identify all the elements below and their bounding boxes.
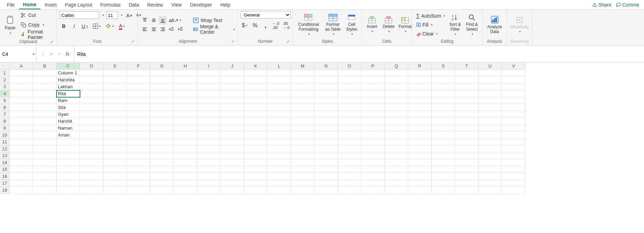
- cell-U11[interactable]: [479, 139, 502, 145]
- tab-page-layout[interactable]: Page Layout: [61, 1, 96, 9]
- row-header-8[interactable]: 8: [0, 118, 10, 125]
- cell-Q1[interactable]: [385, 70, 408, 77]
- cell-M8[interactable]: [291, 118, 314, 125]
- cell-H18[interactable]: [174, 187, 197, 194]
- cell-H10[interactable]: [174, 132, 197, 139]
- cell-V5[interactable]: [502, 97, 525, 104]
- conditional-formatting-button[interactable]: Conditional Formatting: [296, 12, 321, 37]
- cell-G6[interactable]: [150, 104, 174, 111]
- decrease-indent-button[interactable]: [168, 25, 176, 33]
- cell-S1[interactable]: [432, 70, 455, 77]
- cell-B14[interactable]: [33, 159, 57, 166]
- cell-B13[interactable]: [33, 152, 57, 159]
- cell-U16[interactable]: [479, 173, 502, 180]
- cell-P2[interactable]: [361, 77, 385, 83]
- col-header-D[interactable]: D: [80, 63, 103, 70]
- cell-G17[interactable]: [150, 180, 174, 187]
- row-header-15[interactable]: 15: [0, 166, 10, 173]
- row-header-10[interactable]: 10: [0, 132, 10, 139]
- cell-P7[interactable]: [361, 111, 385, 118]
- cell-P18[interactable]: [361, 187, 385, 194]
- cell-F13[interactable]: [127, 152, 150, 159]
- cell-P10[interactable]: [361, 132, 385, 139]
- col-header-E[interactable]: E: [103, 63, 127, 70]
- cell-J13[interactable]: [221, 152, 244, 159]
- cell-V17[interactable]: [502, 180, 525, 187]
- cell-Q17[interactable]: [385, 180, 408, 187]
- cell-V16[interactable]: [502, 173, 525, 180]
- cell-A15[interactable]: [10, 166, 33, 173]
- cell-H16[interactable]: [174, 173, 197, 180]
- cell-R8[interactable]: [408, 118, 432, 125]
- cell-K17[interactable]: [244, 180, 268, 187]
- cell-R3[interactable]: [408, 83, 432, 90]
- cell-U1[interactable]: [479, 70, 502, 77]
- cell-J5[interactable]: [221, 97, 244, 104]
- cell-L1[interactable]: [268, 70, 291, 77]
- cell-I4[interactable]: [197, 90, 221, 97]
- cell-M16[interactable]: [291, 173, 314, 180]
- row-header-9[interactable]: 9: [0, 125, 10, 132]
- format-cells-button[interactable]: Format: [398, 15, 412, 34]
- cell-O17[interactable]: [338, 180, 361, 187]
- cell-R17[interactable]: [408, 180, 432, 187]
- row-header-14[interactable]: 14: [0, 159, 10, 166]
- cell-V15[interactable]: [502, 166, 525, 173]
- cell-D8[interactable]: [80, 118, 103, 125]
- cell-J14[interactable]: [221, 159, 244, 166]
- cell-L5[interactable]: [268, 97, 291, 104]
- cell-S7[interactable]: [432, 111, 455, 118]
- cell-P12[interactable]: [361, 145, 385, 152]
- cell-S11[interactable]: [432, 139, 455, 145]
- cell-L9[interactable]: [268, 125, 291, 132]
- cell-L14[interactable]: [268, 159, 291, 166]
- cell-F14[interactable]: [127, 159, 150, 166]
- cell-L15[interactable]: [268, 166, 291, 173]
- cell-T17[interactable]: [455, 180, 479, 187]
- font-color-button[interactable]: A: [118, 22, 126, 30]
- cell-P11[interactable]: [361, 139, 385, 145]
- cell-G13[interactable]: [150, 152, 174, 159]
- cell-C7[interactable]: Gyan: [57, 111, 80, 118]
- cell-G16[interactable]: [150, 173, 174, 180]
- cell-G10[interactable]: [150, 132, 174, 139]
- cell-I17[interactable]: [197, 180, 221, 187]
- cell-N9[interactable]: [314, 125, 338, 132]
- cell-R7[interactable]: [408, 111, 432, 118]
- cell-K18[interactable]: [244, 187, 268, 194]
- font-size-input[interactable]: [106, 11, 118, 19]
- row-header-16[interactable]: 16: [0, 173, 10, 180]
- cell-U8[interactable]: [479, 118, 502, 125]
- cell-O11[interactable]: [338, 139, 361, 145]
- cell-K4[interactable]: [244, 90, 268, 97]
- cell-P17[interactable]: [361, 180, 385, 187]
- cell-F9[interactable]: [127, 125, 150, 132]
- cell-A5[interactable]: [10, 97, 33, 104]
- cell-K7[interactable]: [244, 111, 268, 118]
- cell-D6[interactable]: [80, 104, 103, 111]
- cell-V2[interactable]: [502, 77, 525, 83]
- cell-F7[interactable]: [127, 111, 150, 118]
- cell-B17[interactable]: [33, 180, 57, 187]
- cell-O6[interactable]: [338, 104, 361, 111]
- cell-O7[interactable]: [338, 111, 361, 118]
- cell-B8[interactable]: [33, 118, 57, 125]
- row-header-3[interactable]: 3: [0, 83, 10, 90]
- cell-N13[interactable]: [314, 152, 338, 159]
- cell-G12[interactable]: [150, 145, 174, 152]
- cell-J9[interactable]: [221, 125, 244, 132]
- cell-M18[interactable]: [291, 187, 314, 194]
- row-header-17[interactable]: 17: [0, 180, 10, 187]
- cell-T1[interactable]: [455, 70, 479, 77]
- cell-T6[interactable]: [455, 104, 479, 111]
- cell-U15[interactable]: [479, 166, 502, 173]
- cell-V4[interactable]: [502, 90, 525, 97]
- cell-F12[interactable]: [127, 145, 150, 152]
- cell-B18[interactable]: [33, 187, 57, 194]
- cell-L7[interactable]: [268, 111, 291, 118]
- cell-J16[interactable]: [221, 173, 244, 180]
- cell-S14[interactable]: [432, 159, 455, 166]
- cell-B10[interactable]: [33, 132, 57, 139]
- cell-O13[interactable]: [338, 152, 361, 159]
- cell-M14[interactable]: [291, 159, 314, 166]
